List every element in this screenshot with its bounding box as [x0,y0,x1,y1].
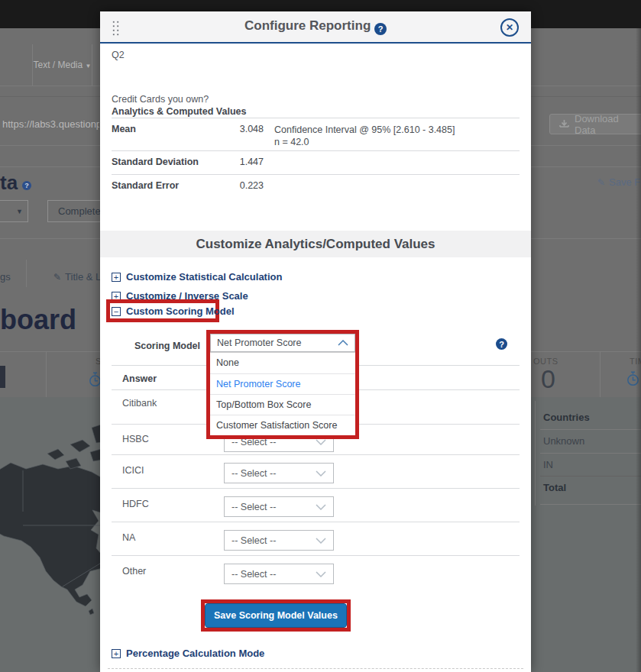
answer-row-label: HDFC [122,499,149,509]
close-icon[interactable]: ✕ [500,18,519,37]
chevron-down-icon [316,504,326,510]
answer-row-label: Citibank [122,398,157,409]
section-custom-scoring-model[interactable]: − Custom Scoring Model [112,305,235,317]
dropouts-value: 0 [541,364,555,394]
table-row[interactable]: IN [543,459,553,470]
pencil-icon: ✎ [597,177,605,188]
stat-label: Mean [112,124,136,134]
stat-value: 1.447 [192,157,264,167]
survey-url[interactable]: https://labs3.questionpr [2,118,99,130]
text-media-menu[interactable]: Text / Media ▼ [32,44,92,86]
total-row: Total [543,482,566,493]
divider [112,174,520,175]
tab-separator [26,260,27,287]
option-none[interactable]: None [210,353,355,373]
stat-label: Standard Error [112,180,179,191]
divider [540,429,641,430]
divider [112,555,520,556]
chevron-down-icon [316,439,326,445]
modal-title-text: Configure Reporting [244,18,371,33]
analytics-heading: Analytics & Computed Values [112,106,246,117]
completed-filter-button[interactable]: Completed [47,200,104,222]
data-heading-fragment: ta [0,171,18,195]
answer-select-other[interactable]: -- Select -- [224,564,334,584]
answer-select-icici[interactable]: -- Select -- [224,463,334,483]
section-percentage-calculation-mode[interactable]: + Percentage Calculation Mode [112,648,264,659]
divider [112,454,520,455]
save-filter-link[interactable]: ✎ Save Filt [597,176,641,188]
divider [112,488,520,489]
answer-row-label: Other [122,566,146,577]
help-icon[interactable]: ? [496,338,507,350]
title-logo-tab[interactable]: ✎ Title & L [53,271,101,283]
download-data-button[interactable]: Download Data [549,114,641,134]
option-top-bottom-box-score[interactable]: Top/Bottom Box Score [210,394,355,415]
modal-title: Configure Reporting ? [100,18,531,35]
stat-divider [600,351,601,397]
question-code: Q2 [112,50,125,60]
chevron-down-icon [316,538,326,544]
stat-label: Standard Deviation [112,157,199,167]
configure-reporting-modal: Configure Reporting ? ✕ Q2 Credit Cards … [100,11,531,672]
section-customize-statistical-calculation[interactable]: + Customize Statistical Calculation [112,271,282,283]
confidence-interval: Confidence Interval @ 95% [2.610 - 3.485… [274,124,455,136]
answer-row-label: HSBC [122,434,149,444]
plus-box-icon[interactable]: + [112,273,121,282]
scoring-model-options: None Net Promoter Score Top/Bottom Box S… [210,352,355,435]
dashed-divider [108,668,523,669]
stat-value: 0.223 [192,180,264,191]
select-placeholder: -- Select -- [231,468,276,479]
option-net-promoter-score[interactable]: Net Promoter Score [210,373,355,394]
scoring-model-label: Scoring Model [112,341,200,351]
highlight-box-save-button: Save Scoring Model Values [201,599,351,632]
help-icon[interactable]: ? [22,181,31,190]
section-label: Percentage Calculation Mode [126,648,264,659]
screen: Text / Media ▼ https://labs3.questionpr … [0,0,641,672]
pencil-icon: ✎ [53,272,61,283]
filter-select[interactable]: ▼ [0,200,28,222]
help-icon[interactable]: ? [374,23,387,35]
scoring-model-value: Net Promoter Score [217,338,301,348]
caret-down-icon: ▼ [16,208,23,215]
question-text: Credit Cards you own? [112,94,209,105]
divider [540,476,641,477]
section-label: Custom Scoring Model [126,305,235,317]
answer-row-label: NA [122,532,135,543]
dashboard-heading-fragment: board [0,304,76,336]
tab-settings-fragment[interactable]: gs [0,271,11,283]
divider [112,522,520,522]
download-icon [559,119,569,129]
option-customer-satisfaction-score[interactable]: Customer Satisfaction Score [210,415,355,435]
plus-box-icon[interactable]: + [112,649,121,658]
save-scoring-model-button[interactable]: Save Scoring Model Values [205,603,347,628]
divider [112,118,520,118]
answer-select-hdfc[interactable]: -- Select -- [224,496,334,517]
select-placeholder: -- Select -- [231,535,276,546]
scoring-model-select[interactable]: Net Promoter Score [210,334,355,352]
answer-header: Answer [122,373,157,384]
minus-box-icon[interactable]: − [112,307,121,316]
stat-note: Confidence Interval @ 95% [2.610 - 3.485… [274,124,455,148]
sample-size: n = 42.0 [274,136,455,148]
divider [540,504,641,505]
title-logo-label: Title & L [65,271,101,283]
highlight-box-scoring-dropdown: Net Promoter Score None Net Promoter Sco… [206,330,359,439]
countries-header: Countries [543,412,590,423]
select-placeholder: -- Select -- [231,569,276,580]
scrollbar-edge[interactable] [636,28,641,672]
answer-select-na[interactable]: -- Select -- [224,530,334,551]
select-placeholder: -- Select -- [231,502,276,512]
chevron-down-icon [316,470,326,477]
table-row[interactable]: Unknown [543,435,584,447]
caret-down-icon: ▼ [86,63,92,69]
modal-header: Configure Reporting ? ✕ [100,11,531,44]
stat-value: 3.048 [192,124,264,134]
section-label: Customize Statistical Calculation [126,271,282,283]
divider [112,150,520,151]
divider [540,453,641,454]
stat-divider [46,351,47,397]
chevron-down-icon [316,571,326,577]
download-data-label: Download Data [575,113,635,136]
text-media-label: Text / Media [34,60,83,70]
countries-card: Countries Unknown IN Total [535,401,641,506]
